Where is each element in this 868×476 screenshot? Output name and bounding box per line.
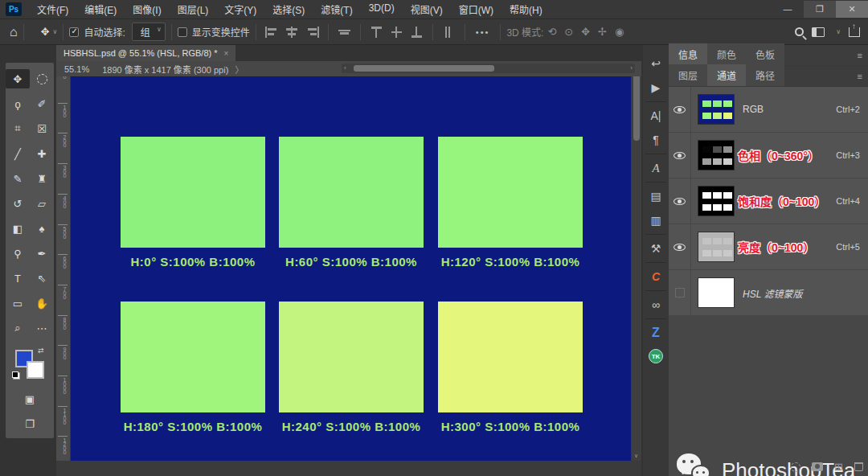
marquee-tool[interactable] — [30, 69, 54, 88]
gradient-tool[interactable]: ◧ — [6, 219, 30, 238]
delete-channel-icon[interactable] — [854, 462, 863, 471]
pen-tool[interactable]: ✒ — [30, 244, 54, 263]
history-brush-tool[interactable]: ↺ — [6, 194, 30, 213]
menu-item[interactable]: 帮助(H) — [502, 0, 550, 18]
rectangle-tool[interactable]: ▭ — [6, 293, 30, 313]
move-tool[interactable]: ✥ — [6, 69, 30, 88]
3d-slide-icon[interactable]: ✢ — [598, 26, 607, 38]
tab-路径[interactable]: 路径 — [746, 64, 784, 86]
document-canvas[interactable]: H:0° S:100% B:100%H:60° S:100% B:100%H:1… — [71, 72, 631, 461]
align-left-icon[interactable] — [265, 27, 279, 38]
new-channel-icon[interactable]: ⊞ — [834, 461, 843, 473]
visibility-toggle[interactable] — [669, 224, 691, 269]
brush-tool[interactable]: ✎ — [6, 169, 30, 188]
search-icon[interactable] — [795, 27, 804, 36]
menu-item[interactable]: 编辑(E) — [77, 0, 124, 18]
3d-orbit-icon[interactable]: ⟲ — [547, 26, 556, 38]
menu-item[interactable]: 窗口(W) — [452, 0, 501, 18]
visibility-toggle[interactable] — [669, 178, 691, 224]
actions-panel-icon[interactable]: ▶ — [643, 76, 669, 100]
vertical-scrollbar[interactable]: ∨ — [632, 72, 641, 461]
3d-pan-icon[interactable]: ✥ — [581, 26, 590, 38]
tool-presets-panel-icon[interactable]: ⚒ — [643, 236, 669, 261]
maximize-button[interactable]: ❐ — [804, 1, 836, 18]
3d-roll-icon[interactable]: ⊙ — [564, 26, 573, 38]
channel-row-HSL 滤镜蒙版[interactable]: HSL 滤镜蒙版 — [669, 270, 868, 316]
visibility-toggle[interactable] — [669, 133, 691, 178]
default-colors-icon[interactable] — [13, 372, 20, 380]
background-color-swatch[interactable] — [27, 361, 44, 379]
character-panel-icon[interactable]: A| — [643, 104, 669, 128]
scroll-right-icon[interactable]: › — [630, 64, 633, 72]
status-chevron-icon[interactable]: 〉 — [235, 63, 244, 76]
edit-toolbar[interactable]: ⋯ — [30, 318, 54, 338]
align-middle-icon[interactable] — [338, 27, 351, 38]
save-selection-icon[interactable] — [812, 462, 823, 471]
hand-tool[interactable]: ✋ — [30, 293, 54, 313]
document-tab[interactable]: HSBHSL.psd @ 55.1% (HSL, RGB/8) * × — [56, 45, 235, 61]
align-top-icon[interactable] — [370, 27, 383, 38]
visibility-toggle[interactable] — [669, 270, 691, 315]
tab-颜色[interactable]: 颜色 — [707, 43, 746, 65]
zoom-level[interactable]: 55.1% — [64, 64, 89, 74]
blur-tool[interactable]: ♠ — [30, 219, 54, 238]
properties-panel-icon[interactable]: ▤ — [643, 184, 669, 208]
chevron-down-icon[interactable]: ∨ — [836, 28, 841, 35]
home-icon[interactable]: ⌂ — [10, 25, 18, 39]
tab-通道[interactable]: 通道 — [707, 64, 746, 86]
menu-item[interactable]: 图层(L) — [170, 0, 216, 18]
quick-select-tool[interactable]: ✐ — [30, 94, 54, 113]
align-bottom-icon[interactable] — [410, 27, 424, 38]
menu-item[interactable]: 滤镜(T) — [313, 0, 359, 18]
horizontal-scrollbar[interactable]: ‹ › — [342, 64, 635, 73]
channel-row-RGB[interactable]: RGBCtrl+2 — [669, 87, 868, 133]
menu-item[interactable]: 3D(D) — [362, 0, 402, 18]
eraser-tool[interactable]: ▱ — [30, 194, 54, 213]
more-options-icon[interactable]: ••• — [476, 27, 490, 37]
show-transform-checkbox[interactable] — [178, 27, 187, 37]
quick-mask-button[interactable]: ▣ — [6, 389, 54, 408]
menu-item[interactable]: 图像(I) — [125, 0, 168, 18]
scroll-left-icon[interactable]: ‹ — [344, 64, 346, 72]
close-button[interactable]: ✕ — [836, 1, 868, 18]
notes-panel-icon[interactable]: ▥ — [643, 208, 669, 232]
healing-brush-tool[interactable]: ✚ — [30, 144, 54, 163]
channel-row-红[interactable]: 红色相（0~360°）Ctrl+3 — [669, 133, 868, 178]
auto-select-dropdown[interactable]: 组 — [132, 23, 166, 41]
horizontal-scrollbar-thumb[interactable] — [354, 65, 494, 72]
panel-menu-icon[interactable]: ≡ — [858, 51, 862, 60]
channel-row-蓝[interactable]: 蓝亮度（0~100）Ctrl+5 — [669, 224, 868, 270]
auto-select-checkbox[interactable] — [69, 27, 79, 37]
screen-mode-button[interactable]: ❐ — [6, 414, 54, 433]
distribute-icon[interactable] — [442, 27, 456, 38]
move-tool-icon[interactable]: ✥ — [41, 26, 50, 38]
3d-camera-icon[interactable]: ◉ — [615, 26, 624, 38]
tab-信息[interactable]: 信息 — [669, 43, 707, 65]
tab-图层[interactable]: 图层 — [669, 64, 707, 86]
channel-row-绿[interactable]: 绿饱和度（0~100）Ctrl+4 — [669, 178, 868, 224]
type-tool[interactable]: T — [6, 269, 30, 288]
history-panel-icon[interactable]: ↩ — [643, 51, 669, 76]
share-icon[interactable] — [849, 27, 860, 37]
scroll-down-icon[interactable]: ∨ — [634, 453, 638, 459]
lasso-tool[interactable]: ϙ — [6, 94, 30, 113]
path-select-tool[interactable]: ⇖ — [30, 269, 54, 288]
tab-色板[interactable]: 色板 — [746, 43, 784, 65]
minimize-button[interactable]: — — [772, 1, 804, 18]
chevron-down-icon[interactable]: ∨ — [53, 28, 58, 35]
dodge-tool[interactable]: ⚲ — [6, 244, 30, 263]
panel-menu-icon[interactable]: ≡ — [858, 72, 862, 81]
vertical-scrollbar-thumb[interactable] — [633, 72, 640, 141]
paragraph-panel-icon[interactable]: ¶ — [643, 128, 669, 152]
menu-item[interactable]: 选择(S) — [265, 0, 312, 18]
clone-stamp-tool[interactable]: ♜ — [30, 169, 54, 188]
load-selection-icon[interactable] — [791, 462, 800, 472]
workspace-layout-icon[interactable] — [812, 27, 825, 37]
menu-item[interactable]: 文件(F) — [30, 0, 76, 18]
frame-tool[interactable]: ☒ — [30, 119, 54, 138]
tk-panel-icon[interactable]: TK — [649, 349, 663, 363]
eyedropper-tool[interactable]: ╱ — [6, 144, 30, 163]
close-tab-icon[interactable]: × — [224, 49, 229, 58]
zoom-tool[interactable]: ⌕ — [6, 318, 30, 338]
align-center-horizontal-icon[interactable] — [285, 27, 299, 38]
